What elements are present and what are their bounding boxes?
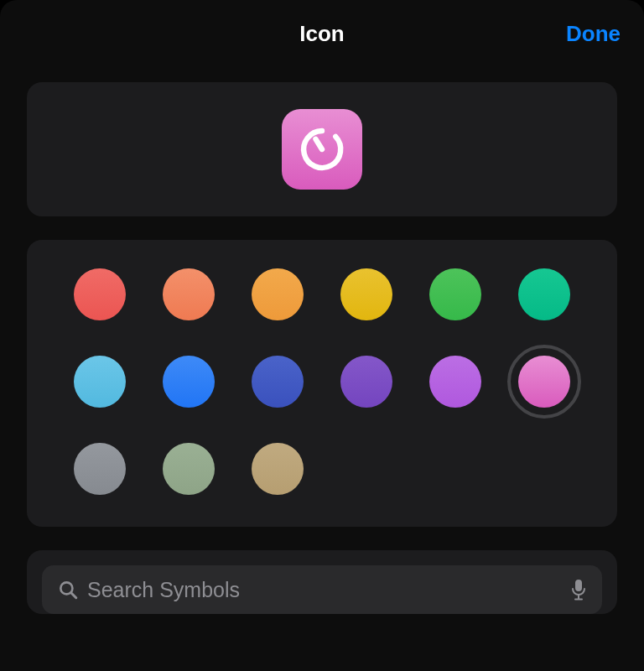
color-swatch-sage[interactable]	[153, 441, 224, 497]
search-input[interactable]	[87, 578, 562, 602]
search-icon	[57, 579, 79, 601]
color-swatch-red[interactable]	[65, 267, 135, 322]
search-field[interactable]	[42, 565, 602, 614]
color-swatch-violet[interactable]	[420, 354, 491, 409]
icon-picker-sheet: Icon Done	[0, 0, 644, 671]
color-swatch-inner[interactable]	[252, 443, 304, 495]
microphone-icon[interactable]	[570, 579, 587, 601]
color-swatch-pink[interactable]	[509, 354, 579, 409]
color-swatch-inner[interactable]	[74, 443, 126, 495]
svg-rect-3	[575, 580, 582, 591]
color-swatch-inner[interactable]	[252, 356, 304, 408]
svg-line-2	[71, 593, 76, 598]
color-swatch-inner[interactable]	[518, 356, 570, 408]
color-swatch-orange[interactable]	[153, 267, 224, 322]
color-swatch-inner[interactable]	[163, 268, 215, 320]
color-swatch-green[interactable]	[420, 267, 491, 322]
color-swatch-yellow[interactable]	[331, 267, 402, 322]
color-swatch-blue[interactable]	[153, 354, 224, 409]
icon-preview	[282, 109, 362, 190]
color-swatch-inner[interactable]	[74, 356, 126, 408]
color-swatch-inner[interactable]	[429, 356, 481, 408]
color-swatch-purple[interactable]	[331, 354, 402, 409]
color-swatch-gray[interactable]	[65, 441, 135, 497]
svg-line-0	[315, 139, 322, 149]
color-grid	[55, 267, 589, 497]
color-swatch-tan[interactable]	[242, 441, 313, 497]
color-swatch-teal[interactable]	[509, 267, 579, 322]
color-swatch-inner[interactable]	[252, 268, 304, 320]
color-swatch-inner[interactable]	[340, 356, 392, 408]
color-swatch-inner[interactable]	[518, 268, 570, 320]
icon-preview-panel	[27, 82, 617, 216]
color-swatch-inner[interactable]	[163, 443, 215, 495]
color-swatch-inner[interactable]	[429, 268, 481, 320]
done-button[interactable]: Done	[566, 21, 621, 47]
color-picker-panel	[27, 240, 617, 527]
color-swatch-inner[interactable]	[74, 268, 126, 320]
color-swatch-inner[interactable]	[340, 268, 392, 320]
timer-icon	[298, 125, 346, 174]
color-swatch-inner[interactable]	[163, 356, 215, 408]
color-swatch-indigo[interactable]	[242, 354, 313, 409]
symbol-search-panel	[27, 550, 617, 614]
color-swatch-light-blue[interactable]	[65, 354, 135, 409]
color-swatch-amber[interactable]	[242, 267, 313, 322]
sheet-header: Icon Done	[0, 8, 644, 59]
sheet-title: Icon	[299, 21, 344, 47]
